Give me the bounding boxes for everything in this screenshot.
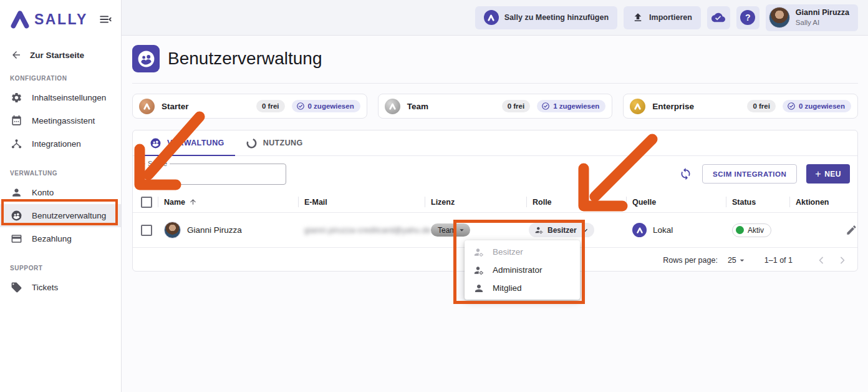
menu-item-mitglied[interactable]: Mitglied: [465, 279, 580, 297]
select-all-checkbox[interactable]: [141, 197, 152, 208]
menu-item-besitzer[interactable]: Besitzer: [465, 243, 580, 261]
back-to-home-label: Zur Startseite: [30, 51, 84, 60]
cell-lizenz: Team: [425, 223, 526, 237]
sidebar-item-integrationen[interactable]: Integrationen: [0, 132, 121, 155]
license-card-enterprise: Enterprise 0 frei 0 zugewiesen: [623, 94, 858, 119]
table-header: Name E-Mail Lizenz Rolle Quelle Status A…: [133, 192, 857, 213]
sync-icon: [679, 167, 692, 180]
header-rolle[interactable]: Rolle: [526, 192, 626, 212]
previous-page-button[interactable]: [815, 253, 829, 267]
tab-verwaltung[interactable]: VERWALTUNG: [139, 130, 235, 155]
license-card-starter: Starter 0 frei 0 zugewiesen: [132, 94, 367, 119]
header-status[interactable]: Status: [726, 192, 789, 212]
plus-icon: +: [815, 169, 821, 179]
back-to-home-link[interactable]: Zur Startseite: [0, 49, 121, 61]
import-button[interactable]: Importieren: [624, 6, 701, 29]
sally-logo-icon: [484, 10, 499, 25]
section-verwaltung: VERWALTUNG: [0, 170, 121, 177]
license-cards: Starter 0 frei 0 zugewiesen Team 0 frei …: [132, 94, 858, 119]
people-circle-icon: [150, 137, 162, 149]
sidebar-item-konto[interactable]: Konto: [0, 181, 121, 204]
cell-quelle: Lokal: [626, 223, 726, 237]
sidebar-item-tickets[interactable]: Tickets: [0, 276, 121, 299]
next-page-button[interactable]: [836, 253, 850, 267]
cell-aktionen: [789, 224, 858, 237]
caret-down-icon: [457, 225, 466, 235]
avatar: [164, 222, 181, 238]
status-badge: Aktiv: [732, 223, 771, 237]
check-circle-icon: [541, 102, 550, 110]
scim-integration-button[interactable]: SCIM INTEGRATION: [702, 164, 797, 184]
sally-logo-icon: [9, 8, 31, 31]
assigned-count-badge: 0 zugewiesen: [292, 100, 360, 112]
cell-status: Aktiv: [726, 223, 789, 237]
sidebar-item-inhaltseinstellungen[interactable]: Inhaltseinstellungen: [0, 86, 121, 109]
cell-name: Gianni Piruzza: [158, 222, 298, 238]
section-konfiguration: KONFIGURATION: [0, 75, 121, 82]
menu-item-administrator[interactable]: Administrator: [465, 261, 580, 279]
header-quelle[interactable]: Quelle: [626, 192, 726, 212]
team-tier-icon: [385, 99, 400, 114]
sidebar: SALLY Zur Startseite KONFIGURATION Inhal…: [0, 0, 122, 392]
pagination-range: 1–1 of 1: [764, 256, 793, 265]
assigned-count-badge: 1 zugewiesen: [537, 100, 605, 112]
active-status-dot: [736, 226, 744, 234]
new-user-button[interactable]: + NEU: [806, 164, 850, 184]
redacted-email: gianni.piruzza-creditcard@yahu.de: [304, 226, 431, 235]
cell-rolle: Besitzer: [526, 223, 626, 237]
sidebar-item-meetingassistent[interactable]: Meetingassistent: [0, 109, 121, 132]
edit-button[interactable]: [846, 224, 858, 237]
manage-account-icon: [473, 247, 485, 258]
role-dropdown-chip[interactable]: Besitzer: [529, 223, 594, 237]
pencil-icon: [846, 224, 857, 236]
enterprise-tier-icon: [630, 99, 645, 114]
refresh-button[interactable]: [679, 167, 693, 181]
menu-collapse-icon[interactable]: [99, 12, 112, 26]
sally-logo-icon: [632, 223, 647, 237]
divider: [132, 83, 858, 84]
tabs: VERWALTUNG NUTZUNG: [133, 130, 857, 156]
manage-account-icon: [534, 225, 544, 235]
caret-down-icon: [737, 255, 747, 265]
help-button[interactable]: ?: [736, 6, 760, 29]
cloud-done-icon: [711, 11, 725, 24]
role-dropdown-menu: Besitzer Administrator Mitglied: [465, 240, 580, 300]
main-content: Benutzerverwaltung Starter 0 frei 0 zuge…: [122, 36, 868, 392]
question-mark-icon: ?: [740, 10, 755, 25]
chevron-left-icon: [815, 254, 827, 267]
header-aktionen: Aktionen: [789, 192, 857, 212]
assigned-count-badge: 0 zugewiesen: [783, 100, 851, 112]
user-profile-menu[interactable]: Gianni Piruzza Sally AI: [766, 4, 858, 31]
search-field: Suche: [139, 164, 286, 185]
gear-icon: [11, 92, 22, 104]
header-email[interactable]: E-Mail: [298, 192, 425, 212]
topbar: Sally zu Meeting hinzufügen Importieren …: [122, 0, 868, 36]
calendar-icon: [11, 115, 22, 127]
cloud-sync-button[interactable]: [707, 6, 730, 29]
row-checkbox[interactable]: [141, 225, 152, 236]
rows-per-page-label: Rows per page:: [663, 256, 718, 265]
person-icon: [11, 187, 22, 198]
chevron-right-icon: [836, 254, 849, 267]
arrow-back-icon: [11, 49, 22, 61]
sort-ascending-icon: [189, 198, 197, 206]
rows-per-page-select[interactable]: 25: [728, 255, 747, 265]
brand-name: SALLY: [34, 11, 88, 28]
page-title: Benutzerverwaltung: [168, 49, 322, 69]
add-sally-to-meeting-button[interactable]: Sally zu Meeting hinzufügen: [475, 6, 617, 29]
check-circle-icon: [296, 102, 305, 110]
credit-card-icon: [11, 233, 22, 245]
sidebar-item-benutzerverwaltung[interactable]: Benutzerverwaltung: [0, 204, 121, 227]
header-lizenz[interactable]: Lizenz: [425, 192, 526, 212]
page-title-icon: [132, 45, 160, 72]
tab-nutzung[interactable]: NUTZUNG: [235, 130, 314, 155]
header-name[interactable]: Name: [158, 192, 298, 212]
manage-account-icon: [473, 265, 485, 276]
panel-toolbar: Suche SCIM INTEGRATION + NEU: [133, 156, 857, 192]
license-chip[interactable]: Team: [431, 223, 470, 237]
sidebar-item-bezahlung[interactable]: Bezahlung: [0, 227, 121, 250]
chevron-down-icon: [581, 226, 589, 235]
person-icon: [473, 283, 485, 294]
user-org: Sally AI: [796, 18, 849, 27]
cell-email: gianni.piruzza-creditcard@yahu.de: [298, 226, 425, 235]
